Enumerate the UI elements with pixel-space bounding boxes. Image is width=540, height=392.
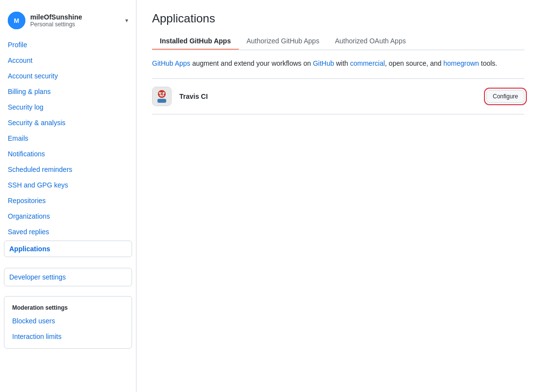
user-header[interactable]: M mileOfSunshine Personal settings ▾: [0, 8, 136, 37]
tabs-bar: Installed GitHub Apps Authorized GitHub …: [152, 33, 524, 50]
svg-point-6: [159, 92, 161, 94]
sidebar: M mileOfSunshine Personal settings ▾ Pro…: [0, 0, 136, 392]
sidebar-item-applications[interactable]: Applications: [4, 241, 132, 257]
sidebar-item-developer-settings[interactable]: Developer settings: [4, 269, 132, 285]
sidebar-item-organizations[interactable]: Organizations: [0, 208, 136, 224]
configure-button[interactable]: Configure: [486, 90, 524, 103]
moderation-settings-label: Moderation settings: [4, 300, 132, 313]
sidebar-item-ssh-gpg[interactable]: SSH and GPG keys: [0, 177, 136, 193]
svg-text:M: M: [14, 17, 19, 24]
sidebar-item-repositories[interactable]: Repositories: [0, 193, 136, 208]
table-row: CI Travis CI Configure: [152, 78, 524, 114]
tab-authorized-oauth-apps[interactable]: Authorized OAuth Apps: [327, 33, 414, 50]
user-info: mileOfSunshine Personal settings: [30, 13, 82, 28]
sidebar-item-scheduled-reminders[interactable]: Scheduled reminders: [0, 162, 136, 177]
sidebar-nav: Profile Account Account security Billing…: [0, 37, 136, 258]
sidebar-item-interaction-limits[interactable]: Interaction limits: [4, 329, 132, 344]
svg-point-7: [163, 92, 165, 94]
sidebar-item-account-security[interactable]: Account security: [0, 68, 136, 84]
sidebar-item-profile[interactable]: Profile: [0, 37, 136, 53]
avatar: M: [8, 12, 25, 29]
sidebar-item-security-log[interactable]: Security log: [0, 99, 136, 115]
sidebar-item-billing[interactable]: Billing & plans: [0, 84, 136, 99]
username: mileOfSunshine: [30, 13, 82, 21]
app-list: CI Travis CI Configure: [152, 78, 524, 114]
main-content: Applications Installed GitHub Apps Autho…: [136, 0, 540, 392]
sidebar-item-saved-replies[interactable]: Saved replies: [0, 224, 136, 240]
sidebar-item-emails[interactable]: Emails: [0, 131, 136, 146]
sidebar-item-notifications[interactable]: Notifications: [0, 146, 136, 162]
sidebar-item-security-analysis[interactable]: Security & analysis: [0, 115, 136, 131]
tab-authorized-github-apps[interactable]: Authorized GitHub Apps: [239, 33, 327, 50]
description-text: GitHub Apps augment and extend your work…: [152, 58, 524, 69]
sidebar-item-account[interactable]: Account: [0, 53, 136, 68]
sidebar-item-blocked-users[interactable]: Blocked users: [4, 313, 132, 329]
svg-rect-4: [157, 99, 166, 103]
github-apps-link[interactable]: GitHub Apps: [152, 59, 191, 67]
homegrown-link[interactable]: homegrown: [444, 59, 479, 67]
page-title: Applications: [152, 12, 524, 25]
developer-settings-section: Developer settings: [4, 268, 132, 286]
chevron-down-icon: ▾: [125, 17, 128, 24]
app-logo-travis-ci: CI: [152, 87, 172, 106]
user-subtitle: Personal settings: [30, 21, 82, 28]
github-link[interactable]: GitHub: [313, 59, 334, 67]
moderation-settings-section: Moderation settings Blocked users Intera…: [4, 296, 132, 349]
commercial-link[interactable]: commercial: [350, 59, 385, 67]
app-name-travis-ci: Travis CI: [179, 93, 486, 100]
tab-installed-github-apps[interactable]: Installed GitHub Apps: [152, 33, 239, 50]
